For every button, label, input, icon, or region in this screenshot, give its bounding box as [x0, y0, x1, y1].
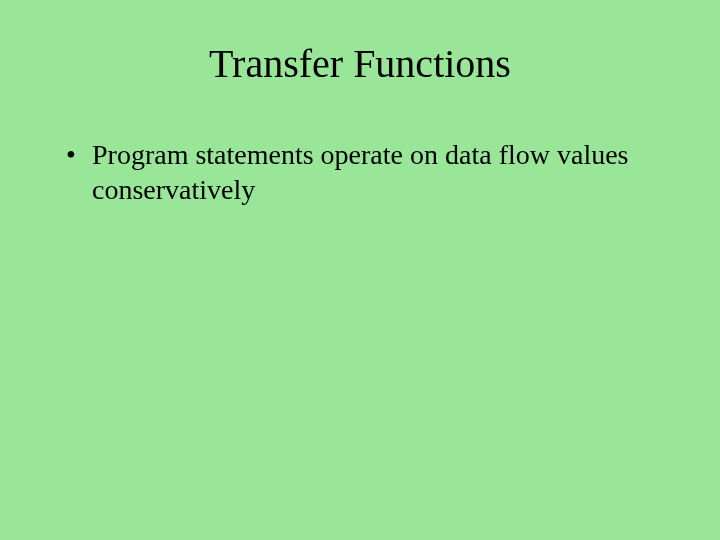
- slide-content: Program statements operate on data flow …: [0, 137, 720, 207]
- slide-title: Transfer Functions: [0, 0, 720, 137]
- slide-container: Transfer Functions Program statements op…: [0, 0, 720, 540]
- bullet-list: Program statements operate on data flow …: [60, 137, 660, 207]
- list-item: Program statements operate on data flow …: [60, 137, 660, 207]
